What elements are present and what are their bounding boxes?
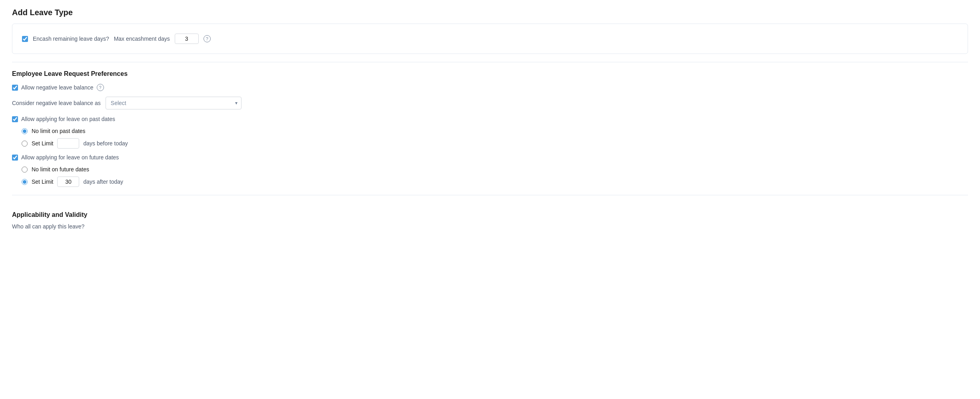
past-dates-label: Allow applying for leave on past dates	[21, 116, 115, 122]
future-no-limit-row: No limit on future dates	[22, 166, 968, 173]
future-set-limit-input[interactable]	[57, 177, 79, 187]
encash-card: Encash remaining leave days? Max encashm…	[12, 24, 968, 54]
past-set-limit-radio[interactable]	[22, 141, 28, 147]
future-dates-radio-group: No limit on future dates Set Limit days …	[22, 166, 968, 187]
future-set-limit-row: Set Limit days after today	[22, 177, 968, 187]
future-dates-label: Allow applying for leave on future dates	[21, 154, 119, 161]
negative-balance-select-row: Consider negative leave balance as Selec…	[12, 97, 968, 109]
negative-balance-label: Allow negative leave balance	[21, 84, 94, 91]
applicability-section: Applicability and Validity Who all can a…	[0, 203, 980, 230]
section-divider-1	[12, 62, 968, 62]
future-no-limit-label: No limit on future dates	[32, 166, 89, 173]
encash-checkbox[interactable]	[22, 36, 28, 42]
future-dates-checkbox-row: Allow applying for leave on future dates	[12, 154, 968, 161]
negative-balance-help-icon[interactable]: ?	[97, 84, 104, 91]
page-title: Add Leave Type	[0, 0, 980, 24]
section-divider-2	[12, 195, 968, 195]
past-set-limit-input[interactable]	[57, 138, 79, 149]
future-set-limit-suffix: days after today	[83, 179, 123, 185]
employee-leave-prefs-section: Allow negative leave balance ? Consider …	[0, 84, 980, 187]
negative-balance-select-wrapper: Select ▾	[106, 97, 242, 109]
future-no-limit-radio[interactable]	[22, 167, 28, 173]
applicability-title: Applicability and Validity	[12, 211, 968, 218]
negative-balance-select[interactable]: Select	[106, 97, 242, 109]
applicability-sublabel: Who all can apply this leave?	[12, 223, 968, 230]
future-set-limit-label: Set Limit	[32, 179, 53, 185]
max-encashment-input[interactable]	[175, 34, 199, 44]
past-dates-checkbox[interactable]	[12, 116, 18, 122]
negative-balance-row: Allow negative leave balance ?	[12, 84, 968, 91]
past-dates-radio-group: No limit on past dates Set Limit days be…	[22, 128, 968, 149]
future-set-limit-radio[interactable]	[22, 179, 28, 185]
past-set-limit-suffix: days before today	[83, 140, 128, 147]
employee-leave-prefs-title: Employee Leave Request Preferences	[0, 70, 980, 84]
encash-help-icon[interactable]: ?	[204, 35, 211, 42]
past-set-limit-row: Set Limit days before today	[22, 138, 968, 149]
future-dates-checkbox[interactable]	[12, 155, 18, 161]
encash-checkbox-label: Encash remaining leave days?	[33, 36, 109, 42]
past-no-limit-radio[interactable]	[22, 128, 28, 134]
past-dates-checkbox-row: Allow applying for leave on past dates	[12, 116, 968, 122]
max-encashment-label: Max encashment days	[114, 36, 170, 42]
negative-balance-select-label: Consider negative leave balance as	[12, 100, 101, 106]
past-no-limit-row: No limit on past dates	[22, 128, 968, 134]
negative-balance-checkbox[interactable]	[12, 85, 18, 91]
past-no-limit-label: No limit on past dates	[32, 128, 86, 134]
past-set-limit-label: Set Limit	[32, 140, 53, 147]
